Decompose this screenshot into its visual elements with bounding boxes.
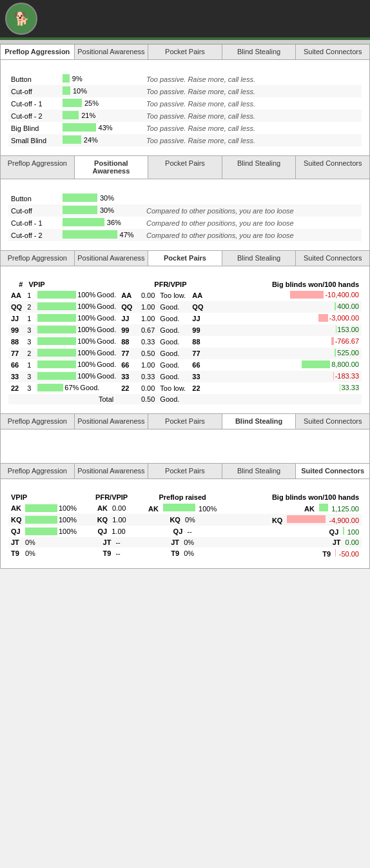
sc-preflop-cell: AK 100% [144,502,221,514]
pct-label: 21% [81,112,95,119]
bb-label: -3,000.00 [329,314,359,322]
pair2-label: AA [119,290,135,301]
pair-label: 77 [8,348,24,359]
tab-pocket-2[interactable]: Pocket Pairs [148,156,222,179]
vpip-msg: Good. [97,360,116,368]
preflop-pct: 0% [184,538,194,546]
bb-value: 525.00 [206,348,362,359]
bar-cell: 43% [60,122,144,134]
tab-preflop-3[interactable]: Preflop Aggression [1,251,75,266]
preflop-pct: 0% [185,516,195,524]
bar-cell: 36% [60,217,144,229]
tab-positional-5[interactable]: Positional Awareness [75,464,149,478]
tab-pocket-4[interactable]: Pocket Pairs [148,414,222,429]
table-row: Big Blind 43% Too passive. Raise more, c… [8,122,362,134]
position-label: Big Blind [8,122,60,134]
tab-suited-4[interactable]: Suited Connectors [296,414,369,429]
tab-preflop-2[interactable]: Preflop Aggression [1,156,75,179]
tab-suited-5[interactable]: Suited Connectors [296,464,369,478]
pair-count: 2 [24,301,35,313]
position-label: Button [8,192,60,204]
tab-bar-4: Preflop Aggression Positional Awareness … [0,414,370,429]
sc-bb-cell: QJ 100 [221,526,362,537]
bb-value: 8,800.00 [206,359,362,371]
bb-value: -766.67 [206,336,362,348]
position-label: Cut-off [8,85,60,97]
total-pair2 [119,394,135,404]
pair2-label: 22 [119,382,135,394]
pct-label: 36% [107,219,121,226]
bb-value: -3,000.00 [206,313,362,324]
tab-positional-4[interactable]: Positional Awareness [75,414,149,429]
tab-pocket-1[interactable]: Pocket Pairs [148,44,222,59]
bar-cell: 30% [60,204,144,217]
table-row: AA 1 100% Good. AA 0.00 Too low. AA -10,… [8,290,362,301]
sc-preflop-header: Preflop raised [144,492,221,502]
position-label: Cut-off - 2 [8,229,60,241]
pfr-msg: Good. [157,336,190,348]
tab-blind-1[interactable]: Blind Stealing [222,44,297,59]
table-row: 33 3 100% Good. 33 0.33 Good. 33 -183.33 [8,371,362,382]
tab-preflop-1[interactable]: Preflop Aggression [1,44,75,59]
table-row: Cut-off - 1 36% Compared to other positi… [8,217,362,229]
bar-cell: 9% [60,73,144,85]
tab-preflop-5[interactable]: Preflop Aggression [1,464,75,478]
tab-pocket-5[interactable]: Pocket Pairs [148,464,222,478]
tab-suited-1[interactable]: Suited Connectors [296,44,369,59]
table-row: Cut-off - 2 21% Too passive. Raise more,… [8,110,362,122]
pair2-label: 77 [119,348,135,359]
tab-pocket-3[interactable]: Pocket Pairs [148,251,222,266]
table-row: JJ 1 100% Good. JJ 1.00 Good. JJ -3,000.… [8,313,362,324]
tab-positional-1[interactable]: Positional Awareness [75,44,149,59]
total-pfr: 0.50 [135,394,157,404]
tab-suited-2[interactable]: Suited Connectors [296,156,369,179]
message: Compared to other positions, you are too… [144,217,362,229]
table-row: JT 0% JT -- JT 0% JT 0.00 [8,537,362,547]
bb-label: 525.00 [337,349,359,357]
message: Too passive. Raise more, call less. [144,73,362,85]
hand2-label: AK [97,504,108,512]
bb-label: -4,900.00 [329,517,359,524]
hand3-label: QJ [173,528,183,535]
tab-blind-4[interactable]: Blind Stealing [222,414,297,429]
vpip-bar-cell: 100% Good. [35,301,119,313]
message: Too passive. Raise more, call less. [144,110,362,122]
pair3-label: 99 [190,324,206,336]
pair-count: 1 [24,290,35,301]
tab-positional-3[interactable]: Positional Awareness [75,251,149,266]
tab-positional-2[interactable]: Positional Awareness [75,156,149,179]
hand-label: QJ [11,528,24,535]
sc-pfr-cell: QJ 1.00 [79,526,144,537]
sc-bb-cell: KQ -4,900.00 [221,514,362,526]
position-label: Button [8,73,60,85]
hand-label: JT [11,538,24,546]
vpip-bar-cell: 100% Good. [35,336,119,348]
bb-label: 400.00 [337,302,359,310]
tab-preflop-4[interactable]: Preflop Aggression [1,414,75,429]
pair-count: 3 [24,336,35,348]
tab-blind-3[interactable]: Blind Stealing [222,251,297,266]
pair-label: 33 [8,371,24,382]
tab-suited-3[interactable]: Suited Connectors [296,251,369,266]
pair3-label: 77 [190,348,206,359]
tab-blind-2[interactable]: Blind Stealing [222,156,297,179]
bb-label: 0.00 [346,538,359,546]
vpip-bar-cell: 100% Good. [35,290,119,301]
pfr-value: 0.33 [135,371,157,382]
sc-preflop-cell: T9 0% [144,547,221,559]
pct-label: 9% [72,75,83,83]
pfr-msg: Good. [157,348,190,359]
bb-value: 400.00 [206,301,362,313]
pfr-msg: Good. [157,313,190,324]
vpip-bar-cell: 100% Good. [35,348,119,359]
pair-count: 3 [24,382,35,394]
pfr-value: 0.50 [135,348,157,359]
table-row: QQ 2 100% Good. QQ 1.00 Good. QQ 400.00 [8,301,362,313]
vpip-pct: 100% [77,372,95,380]
tab-blind-5[interactable]: Blind Stealing [222,464,297,478]
pair-label: AA [8,290,24,301]
sc-preflop-cell: KQ 0% [144,514,221,526]
pair-count: 3 [24,371,35,382]
suited-table: VPIP PFR/VPIP Preflop raised Big blinds … [8,492,362,559]
vpip-msg: Good. [97,326,116,333]
